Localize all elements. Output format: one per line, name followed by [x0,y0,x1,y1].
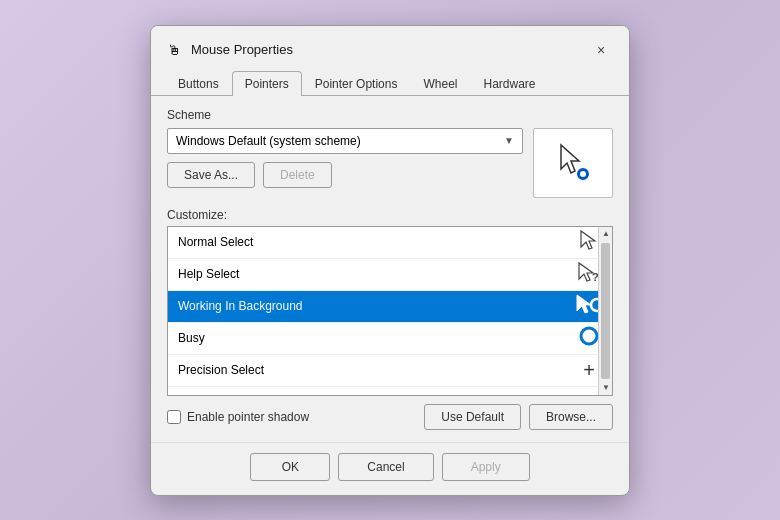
item-label-text: Text Select [178,395,237,396]
browse-button[interactable]: Browse... [529,404,613,430]
svg-point-6 [581,328,597,344]
item-label-busy: Busy [178,331,205,345]
ok-button[interactable]: OK [250,453,330,481]
title-bar: 🖱 Mouse Properties × [151,26,629,64]
customize-label: Customize: [167,208,613,222]
tab-bar: Buttons Pointers Pointer Options Wheel H… [151,64,629,96]
svg-marker-0 [561,145,579,173]
scheme-row: Windows Default (system scheme) ▼ Save A… [167,128,613,198]
scroll-up-arrow[interactable]: ▲ [599,227,613,241]
options-footer-row: Enable pointer shadow Use Default Browse… [167,404,613,430]
list-item[interactable]: Normal Select [168,227,612,259]
pointer-shadow-label: Enable pointer shadow [187,410,309,424]
scroll-down-arrow[interactable]: ▼ [599,381,613,395]
save-as-button[interactable]: Save As... [167,162,255,188]
apply-button[interactable]: Apply [442,453,530,481]
scheme-label: Scheme [167,108,613,122]
pointer-shadow-row: Enable pointer shadow [167,410,416,424]
svg-marker-2 [579,263,593,281]
tab-buttons[interactable]: Buttons [165,71,232,96]
list-item[interactable]: Precision Select + [168,355,612,387]
tab-hardware[interactable]: Hardware [470,71,548,96]
tab-pointers[interactable]: Pointers [232,71,302,96]
scheme-value: Windows Default (system scheme) [176,134,361,148]
svg-marker-4 [577,295,591,313]
close-button[interactable]: × [587,36,615,64]
tab-pointer-options[interactable]: Pointer Options [302,71,411,96]
dropdown-row: Windows Default (system scheme) ▼ [167,128,523,154]
item-label-precision: Precision Select [178,363,264,377]
list-item[interactable]: Help Select ? [168,259,612,291]
dialog-content: Scheme Windows Default (system scheme) ▼… [151,96,629,442]
mouse-icon: 🖱 [165,41,183,59]
item-label-working: Working In Background [178,299,303,313]
scheme-buttons: Save As... Delete [167,162,523,188]
use-default-button[interactable]: Use Default [424,404,521,430]
preview-busy-dot [577,168,589,180]
scheme-dropdown[interactable]: Windows Default (system scheme) ▼ [167,128,523,154]
tab-wheel[interactable]: Wheel [410,71,470,96]
mouse-properties-dialog: 🖱 Mouse Properties × Buttons Pointers Po… [150,25,630,496]
cursor-preview [533,128,613,198]
title-bar-left: 🖱 Mouse Properties [165,41,293,59]
svg-marker-1 [581,231,595,249]
delete-button[interactable]: Delete [263,162,332,188]
item-label-help: Help Select [178,267,239,281]
list-scrollbar[interactable]: ▲ ▼ [598,227,612,395]
scroll-thumb[interactable] [601,243,610,379]
cursor-list: Normal Select Help Select ? Working In B… [167,226,613,396]
dialog-title: Mouse Properties [191,42,293,57]
dialog-footer: OK Cancel Apply [151,442,629,495]
list-item[interactable]: Busy [168,323,612,355]
item-label-normal: Normal Select [178,235,253,249]
cancel-button[interactable]: Cancel [338,453,433,481]
pointer-shadow-checkbox[interactable] [167,410,181,424]
list-item[interactable]: Working In Background [168,291,612,323]
scheme-left: Windows Default (system scheme) ▼ Save A… [167,128,523,188]
dropdown-arrow-icon: ▼ [504,135,514,146]
list-item[interactable]: Text Select I [168,387,612,396]
